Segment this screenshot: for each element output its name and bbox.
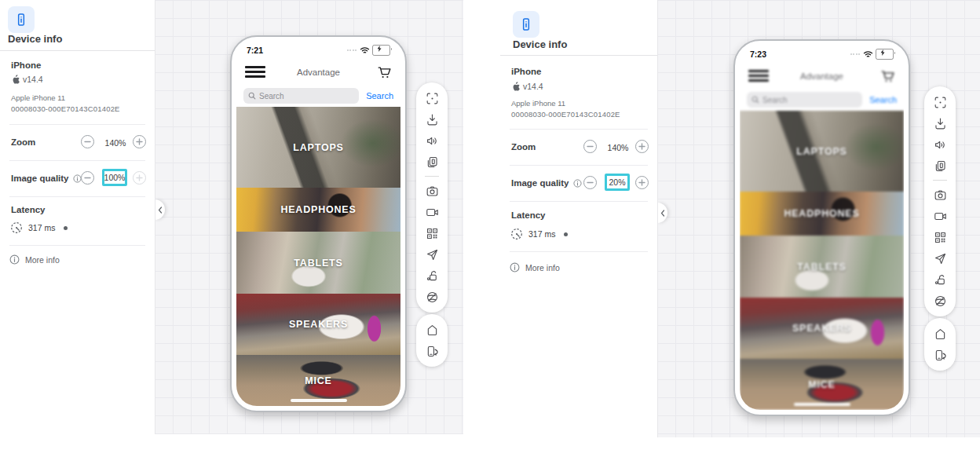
app-header: Advantage [236, 59, 400, 85]
zoom-decrease-button[interactable] [81, 135, 94, 148]
passcode-unlock-button[interactable] [424, 268, 440, 283]
cart-button[interactable] [376, 64, 392, 80]
info-icon[interactable] [73, 174, 82, 183]
latency-label: Latency [11, 205, 45, 214]
more-info-label: More info [25, 255, 60, 265]
menu-icon[interactable] [245, 66, 265, 78]
switch-device-button[interactable] [424, 154, 440, 170]
zoom-decrease-button[interactable] [583, 140, 597, 153]
zoom-increase-button[interactable] [133, 135, 146, 148]
divider [9, 196, 145, 197]
app-header: Advantage [740, 63, 904, 89]
install-app-button[interactable] [424, 112, 440, 127]
menu-icon[interactable] [748, 70, 769, 82]
latency-row: 317 ms [510, 228, 568, 240]
more-info-button[interactable]: More info [510, 262, 560, 272]
cart-icon [376, 64, 392, 80]
home-icon [425, 323, 440, 338]
image-quality-increase-button[interactable] [635, 176, 649, 189]
category-tile-tablets[interactable]: TABLETS [236, 232, 400, 294]
screenshot-button[interactable] [932, 187, 948, 203]
passcode-unlock-button[interactable] [932, 272, 948, 287]
divider [510, 165, 648, 166]
device-info-panel: Device info iPhone v14.4 Apple iPhone 11… [500, 0, 658, 437]
chevron-left-icon [158, 207, 163, 214]
send-location-button[interactable] [424, 247, 440, 262]
search-button[interactable]: Search [366, 91, 393, 101]
image-quality-value: 20% [609, 177, 625, 187]
device-mockup: 7:21 Advantage [230, 35, 407, 412]
cellular-signal-icon [347, 49, 357, 51]
more-info-button[interactable]: More info [9, 254, 60, 265]
switch-device-button[interactable] [932, 158, 948, 174]
image-quality-decrease-button[interactable] [583, 176, 597, 189]
qr-code-icon [933, 230, 948, 245]
camera-icon [933, 188, 948, 203]
category-tile-speakers[interactable]: SPEAKERS [740, 298, 904, 359]
screenshot-button[interactable] [424, 183, 440, 199]
device-info-panel: Device info iPhone v14.4 Apple iPhone 11… [0, 0, 155, 434]
screen-record-button[interactable] [424, 204, 440, 220]
image-quality-increase-button[interactable] [133, 171, 146, 185]
cart-button[interactable] [879, 68, 895, 84]
image-quality-value-highlight: 20% [605, 174, 630, 191]
category-tile-headphones[interactable]: HEADPHONES [740, 192, 904, 236]
category-tile-laptops[interactable]: LAPTOPS [236, 107, 400, 188]
search-row: Search Search [236, 85, 400, 107]
latency-label: Latency [511, 210, 545, 220]
fit-screen-button[interactable] [932, 94, 948, 110]
install-app-button[interactable] [932, 115, 948, 131]
search-input[interactable]: Search [747, 92, 862, 108]
search-placeholder: Search [259, 92, 284, 101]
category-tile-headphones[interactable]: HEADPHONES [236, 188, 400, 232]
category-tile-laptops[interactable]: LAPTOPS [740, 111, 904, 192]
panel-title: Device info [8, 33, 62, 45]
tile-label: SPEAKERS [289, 319, 348, 330]
install-app-icon [933, 116, 948, 131]
status-time: 7:23 [750, 49, 766, 59]
toolbar-main-group [416, 82, 448, 313]
screen-record-button[interactable] [932, 208, 948, 224]
device-name: iPhone [11, 60, 41, 70]
search-icon [248, 92, 256, 100]
session-screenshot-left: Device info iPhone v14.4 Apple iPhone 11… [0, 0, 463, 434]
home-icon [933, 327, 948, 342]
toolbar-main-group [924, 86, 956, 316]
image-quality-value-highlight: 100% [102, 169, 127, 186]
category-tile-speakers[interactable]: SPEAKERS [236, 294, 400, 355]
home-button[interactable] [424, 322, 440, 338]
search-row: Search Search [740, 89, 904, 111]
camera-icon [425, 184, 440, 199]
device-info-icon [8, 6, 35, 33]
rotate-device-button[interactable] [932, 347, 948, 363]
divider [510, 129, 648, 130]
zoom-increase-button[interactable] [635, 140, 649, 153]
qr-scanner-button[interactable] [424, 225, 440, 241]
image-quality-decrease-button[interactable] [81, 171, 94, 185]
toolbar-divider [933, 180, 947, 181]
device-screen: 7:23 Advantage [740, 46, 904, 410]
volume-button[interactable] [932, 137, 948, 152]
latency-status-dot [564, 232, 568, 236]
qr-scanner-button[interactable] [932, 229, 948, 245]
fit-screen-button[interactable] [424, 90, 440, 106]
info-icon[interactable] [573, 179, 582, 188]
image-quality-label: Image quality [11, 174, 69, 183]
search-input[interactable]: Search [243, 88, 359, 104]
offline-mode-button[interactable] [424, 289, 440, 305]
search-button[interactable]: Search [869, 95, 897, 104]
category-tile-tablets[interactable]: TABLETS [740, 236, 904, 298]
apple-logo-icon [12, 75, 20, 84]
globe-slash-icon [933, 294, 948, 309]
send-location-button[interactable] [932, 250, 948, 266]
install-app-icon [425, 112, 440, 127]
rotate-device-button[interactable] [424, 343, 440, 359]
tile-label: LAPTOPS [796, 146, 847, 157]
offline-mode-button[interactable] [932, 293, 948, 309]
home-button[interactable] [932, 326, 948, 342]
session-screenshot-right: Device info iPhone v14.4 Apple iPhone 11… [500, 0, 980, 437]
volume-button[interactable] [424, 133, 440, 148]
os-version: v14.4 [23, 75, 43, 84]
wifi-icon [863, 50, 873, 58]
home-indicator [291, 399, 347, 402]
